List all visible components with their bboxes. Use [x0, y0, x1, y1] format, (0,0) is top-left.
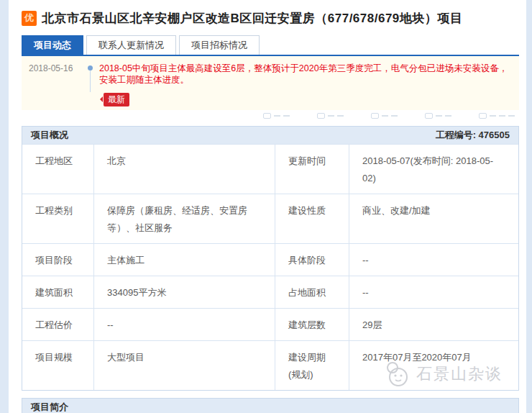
row-value: 主体施工 [93, 244, 275, 276]
row-label: 建设周期(规划) [275, 341, 349, 390]
row-label: 更新时间 [275, 145, 349, 194]
row-value: 2017年07月至2020年07月 [349, 341, 518, 390]
project-code-label: 工程编号: [436, 130, 476, 140]
row-label: 建筑层数 [275, 309, 349, 340]
row-value: -- [349, 244, 518, 276]
faded-share-icon [263, 112, 290, 120]
new-badge: 最新 [104, 93, 129, 106]
notice-date: 2018-05-16 [29, 63, 81, 73]
row-label: 项目阶段 [22, 244, 93, 276]
row-label: 具体阶段 [275, 244, 349, 276]
tab-contact-updates[interactable]: 联系人更新情况 [86, 35, 176, 55]
row-label: 项目规模 [22, 341, 93, 390]
faded-share-icon [317, 112, 344, 120]
row-value: 大型项目 [93, 341, 275, 390]
row-label: 建设性质 [275, 194, 349, 243]
tab-bar: 项目动态 联系人更新情况 项目招标情况 [22, 35, 519, 55]
project-code-value: 476505 [479, 130, 510, 140]
timeline-line [90, 71, 91, 92]
table-row: 工程估价 -- 建筑层数 29层 [22, 308, 518, 340]
timeline-dot-icon [88, 65, 93, 71]
table-row: 工程类别 保障房（廉租房、经适房、安置房等）、社区服务 建设性质 商业、改建/加… [22, 194, 518, 243]
project-code: 工程编号: 476505 [436, 129, 510, 142]
faded-share-icon [425, 112, 451, 120]
latest-notice-panel: 2018-05-16 2018-05中旬项目主体最高建设至6层，整体预计于202… [22, 56, 519, 110]
overview-header-title: 项目概况 [31, 129, 68, 142]
overview-header: 项目概况 工程编号: 476505 [22, 127, 518, 144]
row-label: 工程估价 [22, 309, 93, 340]
page-right-margin-strip [526, 0, 532, 413]
intro-header: 项目简介 [22, 399, 518, 413]
notice-text: 2018-05中旬项目主体最高建设至6层，整体预计于2020年第三季度完工，电气… [99, 63, 512, 86]
table-row: 项目阶段 主体施工 具体阶段 -- [22, 243, 518, 276]
table-row: 项目规模 大型项目 建设周期(规划) 2017年07月至2020年07月 [22, 340, 518, 390]
row-label: 工程类别 [22, 194, 93, 243]
tab-project-bidding[interactable]: 项目招标情况 [179, 35, 260, 55]
project-overview-table: 项目概况 工程编号: 476505 工程地区 北京 更新时间 2018-05-0… [22, 126, 519, 391]
row-value: 保障房（廉租房、经适房、安置房等）、社区服务 [93, 194, 275, 243]
faded-share-icon [371, 112, 398, 120]
row-value: -- [349, 276, 518, 308]
row-value: 北京 [93, 145, 275, 194]
faded-share-icon [479, 112, 515, 120]
table-row: 工程地区 北京 更新时间 2018-05-07(发布时间: 2018-05-02… [22, 144, 518, 194]
table-row: 建筑面积 334095平方米 占地面积 -- [22, 276, 518, 308]
project-intro-table: 项目简介 项目组成 项目为总建筑面积为334,095平方米的住宅发展，包含： ◆… [22, 398, 519, 413]
row-label: 建筑面积 [22, 276, 93, 308]
page-title: 北京市石景山区北辛安棚户区改造B区回迁安置房（677/678/679地块）项目 [42, 10, 462, 27]
faded-share-toolbar [22, 112, 519, 120]
row-value: 2018-05-07(发布时间: 2018-05-02) [349, 145, 518, 194]
tab-project-dynamics[interactable]: 项目动态 [22, 35, 83, 55]
title-row: 优 北京市石景山区北辛安棚户区改造B区回迁安置房（677/678/679地块）项… [22, 7, 519, 29]
timeline [81, 63, 99, 92]
row-label: 占地面积 [275, 276, 349, 308]
row-label: 工程地区 [22, 145, 93, 194]
row-value: 29层 [349, 309, 518, 340]
intro-header-title: 项目简介 [31, 401, 68, 413]
page-left-margin-strip [0, 0, 9, 413]
row-value: 334095平方米 [93, 276, 275, 308]
row-value: -- [93, 309, 275, 340]
quality-badge: 优 [22, 11, 37, 26]
main-content: 优 北京市石景山区北辛安棚户区改造B区回迁安置房（677/678/679地块）项… [22, 0, 519, 413]
row-value: 商业、改建/加建 [349, 194, 518, 243]
